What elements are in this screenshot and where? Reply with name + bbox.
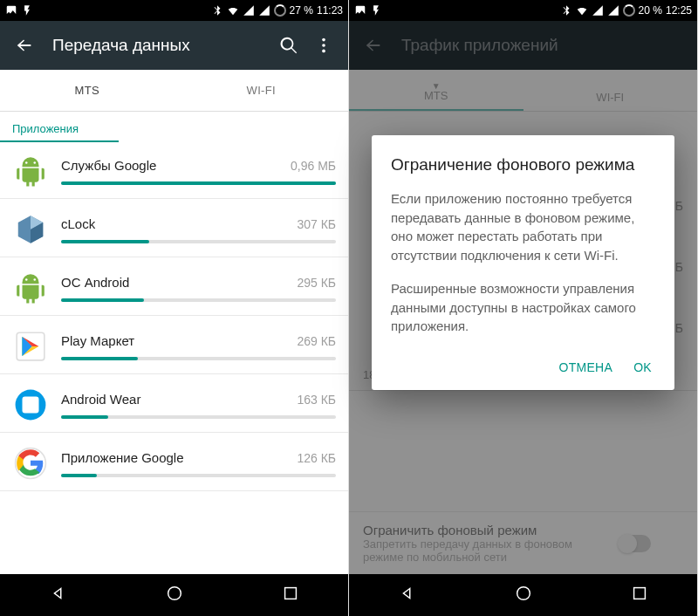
battery-text: 20 %	[639, 4, 662, 17]
dialog: Ограничение фонового режима Если приложе…	[372, 135, 674, 390]
app-size: 295 КБ	[297, 276, 336, 290]
svg-rect-14	[633, 588, 645, 599]
wifi-icon	[576, 4, 588, 17]
right-screen: 20 % 12:25 Трафик приложений ▼ MTS WI-FI…	[349, 0, 698, 616]
obscured-value-1: Б	[675, 199, 683, 213]
obscured-value-2: Б	[675, 260, 683, 274]
clock-text: 12:25	[666, 4, 692, 17]
bluetooth-icon	[211, 4, 223, 17]
tab-wifi: WI-FI	[524, 70, 698, 111]
obscured-value-3: Б	[675, 321, 683, 335]
page-title: Трафик приложений	[401, 36, 690, 55]
app-icon	[12, 270, 49, 306]
nav-recent[interactable]	[630, 584, 649, 606]
flash-icon	[21, 4, 33, 17]
signal-icon	[592, 4, 604, 17]
tab-wifi[interactable]: WI-FI	[174, 70, 349, 111]
usage-bar	[61, 298, 336, 302]
app-name: ОС Android	[61, 275, 129, 290]
toggle-subtitle: Запретить передачу данных в фоновом режи…	[363, 537, 607, 564]
search-button[interactable]	[271, 28, 306, 63]
svg-rect-12	[284, 588, 296, 599]
nav-home[interactable]	[514, 584, 533, 606]
loading-icon	[274, 4, 286, 17]
app-size: 126 КБ	[297, 451, 336, 465]
app-row[interactable]: ОС Android295 КБ	[0, 257, 348, 316]
usage-bar	[61, 240, 336, 243]
usage-bar	[61, 357, 336, 360]
app-bar: Передача данных	[0, 21, 348, 70]
app-bar: Трафик приложений	[349, 21, 697, 70]
arrow-back-icon	[364, 36, 383, 55]
app-size: 0,96 МБ	[291, 159, 336, 173]
section-header: Приложения	[0, 112, 348, 140]
nav-bar	[0, 574, 348, 616]
flash-icon	[370, 4, 382, 17]
svg-rect-9	[23, 397, 39, 414]
clock-text: 11:23	[317, 4, 343, 17]
signal-icon-2	[607, 4, 619, 17]
svg-point-13	[517, 587, 530, 600]
app-icon	[12, 387, 49, 423]
cancel-button[interactable]: ОТМЕНА	[558, 360, 612, 374]
page-title: Передача данных	[52, 36, 271, 55]
svg-point-3	[25, 161, 28, 164]
usage-bar	[61, 181, 336, 185]
app-name: cLock	[61, 216, 95, 231]
back-button[interactable]	[7, 28, 42, 63]
image-icon	[5, 4, 17, 17]
app-name: Play Маркет	[61, 333, 134, 348]
image-icon	[354, 4, 366, 17]
restrict-background-row: Ограничить фоновый режим Запретить перед…	[349, 511, 697, 574]
app-icon	[12, 153, 49, 189]
nav-home[interactable]	[165, 584, 184, 606]
app-size: 307 КБ	[297, 217, 336, 231]
svg-point-6	[33, 278, 36, 281]
nav-back[interactable]	[398, 584, 417, 606]
app-row[interactable]: Службы Google0,96 МБ	[0, 140, 348, 199]
nav-back[interactable]	[49, 584, 68, 606]
tabs: ▼ MTS WI-FI	[349, 70, 697, 112]
toggle-title: Ограничить фоновый режим	[363, 523, 607, 537]
app-icon	[12, 328, 49, 365]
usage-bar	[61, 474, 336, 477]
usage-bar	[61, 415, 336, 419]
battery-text: 27 %	[290, 4, 313, 17]
back-button	[356, 28, 391, 63]
app-row[interactable]: Android Wear163 КБ	[0, 374, 348, 433]
svg-point-0	[322, 38, 325, 42]
status-bar: 27 % 11:23	[0, 0, 348, 21]
app-size: 269 КБ	[297, 334, 336, 348]
wifi-icon	[227, 4, 239, 17]
dialog-title: Ограничение фонового режима	[391, 154, 655, 175]
svg-point-5	[25, 278, 28, 281]
svg-point-2	[322, 50, 325, 53]
loading-icon	[623, 4, 635, 17]
toggle-switch	[619, 535, 651, 552]
app-icon	[12, 445, 49, 482]
bluetooth-icon	[560, 4, 572, 17]
dialog-body: Если приложению постоянно требуется пере…	[391, 189, 655, 336]
signal-icon-2	[258, 4, 270, 17]
app-icon	[12, 211, 49, 248]
app-name: Службы Google	[61, 158, 156, 173]
status-bar: 20 % 12:25	[349, 0, 697, 21]
app-row[interactable]: Play Маркет269 КБ	[0, 316, 348, 374]
app-size: 163 КБ	[297, 393, 336, 407]
app-name: Android Wear	[61, 392, 140, 407]
overflow-button[interactable]	[306, 28, 341, 63]
app-row[interactable]: Приложение Google126 КБ	[0, 433, 348, 491]
search-icon	[279, 36, 298, 55]
app-row[interactable]: cLock307 КБ	[0, 199, 348, 257]
svg-point-11	[168, 587, 181, 600]
tab-mts[interactable]: MTS	[0, 70, 174, 111]
nav-bar	[349, 574, 697, 616]
arrow-back-icon	[15, 36, 34, 55]
tab-mts: ▼ MTS	[349, 70, 524, 111]
ok-button[interactable]: OK	[633, 360, 652, 374]
signal-icon	[243, 4, 255, 17]
app-list[interactable]: Службы Google0,96 МБcLock307 КБОС Androi…	[0, 140, 348, 574]
nav-recent[interactable]	[281, 584, 300, 606]
tabs: MTS WI-FI	[0, 70, 348, 112]
more-vert-icon	[314, 36, 333, 55]
